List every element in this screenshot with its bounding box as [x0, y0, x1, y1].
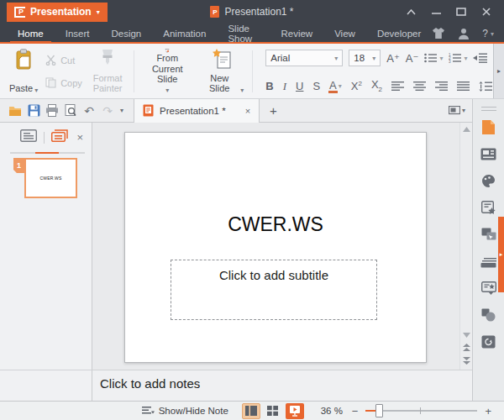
- paste-button[interactable]: Paste▾: [5, 47, 42, 96]
- subscript-button[interactable]: X2: [371, 79, 382, 93]
- menu-right-icons: ?▾: [432, 24, 494, 44]
- tab-animation[interactable]: Animation: [152, 24, 217, 44]
- collapsed-panel-tab[interactable]: ▸: [498, 217, 504, 292]
- window-controls: [398, 3, 499, 21]
- skin-theme-icon[interactable]: [432, 28, 445, 39]
- indent-icon: [473, 53, 487, 63]
- new-document-tab-button[interactable]: +: [260, 103, 287, 118]
- panel-switch-icon: [449, 106, 460, 116]
- tab-list-button[interactable]: ▾: [449, 106, 465, 116]
- superscript-button[interactable]: X2: [351, 81, 362, 92]
- caret-down-icon: ▾: [165, 87, 169, 94]
- justify-icon[interactable]: [457, 81, 470, 91]
- tab-slide-show[interactable]: Slide Show: [217, 24, 270, 44]
- screen-sync-button[interactable]: [478, 331, 500, 353]
- copy-button[interactable]: Copy: [45, 74, 82, 92]
- template-button[interactable]: [478, 197, 500, 218]
- decrease-indent-button[interactable]: [473, 53, 487, 63]
- scroll-down-icon[interactable]: [463, 333, 470, 338]
- ribbon-expand-button[interactable]: ▸: [493, 44, 504, 98]
- animation-button[interactable]: [478, 277, 500, 299]
- slide-layout-button[interactable]: [478, 143, 500, 165]
- slide-sorter-view-button[interactable]: [264, 403, 282, 419]
- vertical-scrollbar[interactable]: [459, 123, 472, 370]
- outline-view-tab[interactable]: [13, 129, 44, 152]
- slide-number-badge: 1: [13, 158, 24, 173]
- close-panel-icon[interactable]: ×: [76, 131, 83, 144]
- quick-access-toolbar: ↶ ↷ ▾ Presentation1 * × + ▾: [0, 99, 472, 123]
- strikethrough-button[interactable]: S: [312, 81, 320, 92]
- subtitle-placeholder[interactable]: Click to add subtitle: [171, 260, 377, 320]
- save-floppy-icon: [28, 104, 40, 117]
- align-right-icon[interactable]: [435, 81, 448, 91]
- design-scheme-button[interactable]: [478, 170, 500, 192]
- line-spacing-icon[interactable]: [479, 81, 492, 92]
- numbered-list-button[interactable]: 123 ▾: [449, 53, 467, 63]
- italic-button[interactable]: I: [283, 81, 286, 92]
- undo-button[interactable]: ↶: [80, 102, 98, 120]
- new-slide-button[interactable]: New Slide▾: [196, 47, 248, 96]
- zoom-slider-handle[interactable]: [375, 404, 383, 417]
- redo-button[interactable]: ↷: [98, 102, 117, 120]
- slideshow-view-button[interactable]: [286, 403, 304, 419]
- zoom-in-button[interactable]: +: [480, 405, 496, 417]
- minimize-button[interactable]: [423, 3, 449, 21]
- transition-button[interactable]: [478, 223, 500, 245]
- new-file-task-button[interactable]: [478, 116, 500, 138]
- next-slide-icon[interactable]: [463, 357, 470, 365]
- account-icon[interactable]: [458, 28, 470, 39]
- slide-1[interactable]: CWER.WS Click to add subtitle: [124, 132, 427, 363]
- save-button[interactable]: [24, 102, 43, 120]
- app-menu-button[interactable]: P Presentation ▾: [7, 3, 108, 22]
- tab-insert[interactable]: Insert: [55, 24, 101, 44]
- align-center-icon[interactable]: [413, 81, 426, 91]
- tab-design[interactable]: Design: [100, 24, 152, 44]
- slide-title-text[interactable]: CWER.WS: [125, 213, 426, 236]
- status-bar: Show/Hide Note 36 % − +: [0, 401, 504, 420]
- font-color-button[interactable]: A ▾: [329, 80, 342, 93]
- slide-thumbnail-1[interactable]: 1 CWER.WS: [13, 158, 77, 198]
- zoom-out-button[interactable]: −: [348, 405, 363, 417]
- scroll-up-icon[interactable]: [463, 127, 470, 132]
- previous-slide-icon[interactable]: [463, 344, 470, 351]
- slides-view-tab[interactable]: [45, 129, 75, 152]
- undo-icon: ↶: [84, 105, 94, 117]
- decrease-font-button[interactable]: A⁻: [406, 53, 419, 64]
- format-painter-button[interactable]: Format Painter: [86, 47, 129, 96]
- slide-editing-canvas[interactable]: CWER.WS Click to add subtitle: [92, 123, 472, 370]
- normal-view-button[interactable]: [242, 403, 260, 419]
- maximize-button[interactable]: [449, 3, 474, 21]
- show-hide-note-button[interactable]: Show/Hide Note: [142, 406, 228, 416]
- font-name-select[interactable]: Arial▾: [265, 50, 343, 66]
- print-preview-button[interactable]: [61, 102, 80, 120]
- help-button[interactable]: ?▾: [482, 28, 494, 39]
- from-current-slide-button[interactable]: From Current Slide▾: [139, 47, 196, 96]
- tab-review[interactable]: Review: [270, 24, 323, 44]
- redo-icon: ↷: [102, 105, 113, 117]
- cut-button[interactable]: Cut: [45, 51, 82, 70]
- underline-button[interactable]: U: [296, 81, 303, 92]
- slide-show-panel-button[interactable]: [478, 250, 500, 272]
- qat-customize-caret[interactable]: ▾: [120, 107, 123, 114]
- tab-home[interactable]: Home: [7, 24, 55, 44]
- increase-font-button[interactable]: A⁺: [386, 53, 400, 64]
- zoom-slider[interactable]: [365, 410, 477, 412]
- close-button[interactable]: [474, 3, 499, 21]
- slide-sorter-icon: [267, 406, 278, 416]
- shapes-button[interactable]: [478, 304, 500, 326]
- bold-button[interactable]: B: [265, 81, 273, 92]
- document-tab-active[interactable]: Presentation1 * ×: [134, 99, 260, 123]
- align-left-icon[interactable]: [391, 81, 404, 91]
- tab-developer[interactable]: Developer: [366, 24, 432, 44]
- bullet-list-button[interactable]: ▾: [424, 53, 443, 63]
- font-size-select[interactable]: 18▾: [349, 50, 381, 66]
- close-tab-icon[interactable]: ×: [245, 106, 250, 116]
- zoom-level-value[interactable]: 36 %: [316, 406, 348, 416]
- notes-placeholder[interactable]: Click to add notes: [92, 370, 472, 401]
- paste-clipboard-icon: [14, 49, 34, 71]
- collapse-ribbon-button[interactable]: [398, 3, 423, 21]
- open-button[interactable]: [6, 102, 24, 120]
- sidebar-drag-handle[interactable]: [481, 107, 496, 111]
- print-button[interactable]: [43, 102, 61, 120]
- tab-view[interactable]: View: [323, 24, 366, 44]
